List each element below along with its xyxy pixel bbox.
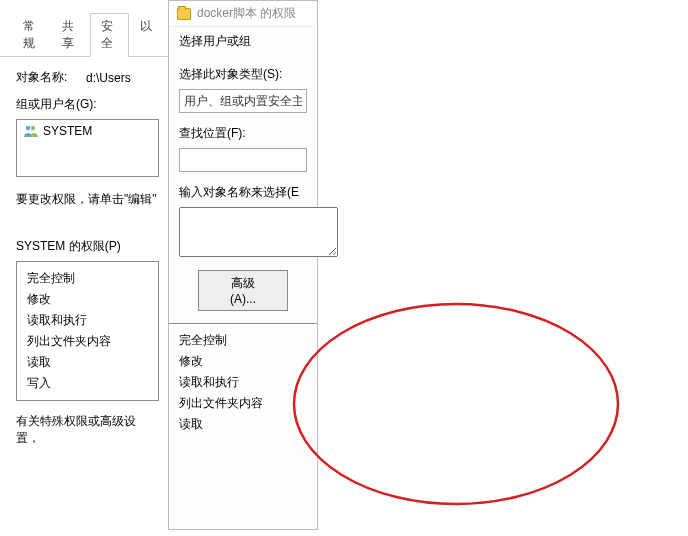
object-type-field[interactable] <box>179 89 307 113</box>
group-icon <box>23 124 39 138</box>
svg-point-20 <box>294 304 618 504</box>
find-location-field[interactable] <box>179 148 307 172</box>
tab-share[interactable]: 共享 <box>51 13 90 57</box>
change-permission-note: 要更改权限，请单击"编辑" <box>16 191 159 208</box>
dialog-title: docker脚本 的权限 <box>197 5 296 22</box>
dialog-titlebar: docker脚本 的权限 <box>169 1 317 27</box>
perm-row: 读取和执行 <box>27 310 148 331</box>
find-location-label: 查找位置(F): <box>179 125 307 142</box>
perm-row: 完全控制 <box>179 330 307 351</box>
properties-security-panel: 常规 共享 安全 以 对象名称: d:\Users 组或用户名(G): SYST… <box>0 0 175 536</box>
advanced-button[interactable]: 高级(A)... <box>198 270 288 311</box>
tab-security[interactable]: 安全 <box>90 13 129 57</box>
object-path: d:\Users <box>86 71 131 85</box>
special-permissions-note: 有关特殊权限或高级设置， <box>16 413 159 447</box>
perm-row: 写入 <box>27 373 148 394</box>
permissions-box-2: 完全控制 修改 读取和执行 列出文件夹内容 读取 <box>169 323 317 441</box>
tab-general[interactable]: 常规 <box>12 13 51 57</box>
groups-listbox[interactable]: SYSTEM <box>16 119 159 177</box>
enter-names-field[interactable] <box>179 207 338 257</box>
permissions-header: SYSTEM 的权限(P) <box>16 238 159 255</box>
perm-row: 完全控制 <box>27 268 148 289</box>
perm-row: 读取 <box>179 414 307 435</box>
svg-point-0 <box>26 126 30 130</box>
perm-row: 修改 <box>27 289 148 310</box>
select-user-label: 选择用户或组 <box>179 33 307 50</box>
properties-tabs: 常规 共享 安全 以 <box>0 0 175 57</box>
object-name-label: 对象名称: <box>16 69 86 86</box>
list-item[interactable]: SYSTEM <box>19 122 156 140</box>
perm-row: 修改 <box>179 351 307 372</box>
svg-point-1 <box>31 126 35 130</box>
list-item-label: SYSTEM <box>43 124 92 138</box>
perm-row: 读取 <box>27 352 148 373</box>
permissions-box: 完全控制 修改 读取和执行 列出文件夹内容 读取 写入 <box>16 261 159 401</box>
object-type-label: 选择此对象类型(S): <box>179 66 307 83</box>
annotation-ellipse <box>286 296 626 512</box>
perm-row: 读取和执行 <box>179 372 307 393</box>
perm-row: 列出文件夹内容 <box>27 331 148 352</box>
enter-names-label: 输入对象名称来选择(E <box>179 184 307 201</box>
tab-more[interactable]: 以 <box>129 13 163 57</box>
select-users-dialog: docker脚本 的权限 选择用户或组 选择此对象类型(S): 查找位置(F):… <box>168 0 318 530</box>
groups-label: 组或用户名(G): <box>16 96 159 113</box>
perm-row: 列出文件夹内容 <box>179 393 307 414</box>
folder-icon <box>177 8 191 20</box>
